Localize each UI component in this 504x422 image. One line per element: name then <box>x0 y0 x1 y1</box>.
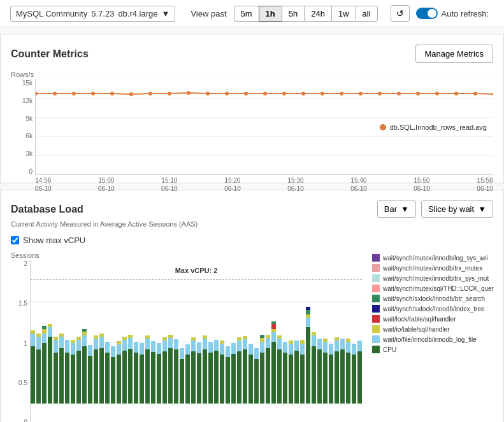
svg-rect-59 <box>76 337 81 340</box>
svg-rect-57 <box>76 351 81 404</box>
svg-point-16 <box>244 92 248 95</box>
legend-text-9: CPU <box>383 346 396 353</box>
svg-rect-99 <box>168 348 173 404</box>
refresh-button[interactable]: ↺ <box>391 5 410 22</box>
bar-chart-svg <box>31 260 362 422</box>
db-load-subtitle: Current Activity Measured in Average Act… <box>11 220 493 228</box>
svg-point-26 <box>435 92 439 95</box>
instance-version: 5.7.23 <box>91 9 114 18</box>
svg-point-24 <box>397 92 401 95</box>
svg-rect-83 <box>128 338 133 349</box>
svg-rect-162 <box>306 327 310 404</box>
svg-rect-91 <box>145 335 150 339</box>
svg-rect-102 <box>174 349 178 404</box>
svg-rect-72 <box>105 353 110 404</box>
svg-rect-88 <box>140 343 144 355</box>
legend-item-7: wait/io/table/sql/handler <box>372 325 493 333</box>
legend-color-0 <box>372 254 380 262</box>
svg-rect-68 <box>94 335 98 339</box>
dropdown-arrow-icon: ▼ <box>162 9 170 18</box>
svg-rect-114 <box>203 339 207 349</box>
legend-color-9 <box>372 346 380 353</box>
chart-type-dropdown-icon: ▼ <box>401 204 409 214</box>
toggle-control[interactable] <box>416 8 438 19</box>
svg-rect-77 <box>117 344 121 355</box>
svg-rect-63 <box>82 329 87 332</box>
legend-item-6: wait/lock/table/sql/handler <box>372 315 493 323</box>
legend-color-7 <box>372 325 380 333</box>
auto-refresh-label: Auto refresh: <box>442 9 489 18</box>
instance-selector[interactable]: MySQL Community 5.7.23 db.r4.large ▼ <box>10 6 175 22</box>
legend-color-4 <box>372 295 380 302</box>
view-past-label: View past <box>191 9 226 18</box>
legend-color-2 <box>372 274 380 282</box>
svg-rect-44 <box>48 327 52 337</box>
svg-rect-89 <box>145 349 150 404</box>
svg-rect-35 <box>31 330 35 334</box>
svg-rect-156 <box>289 341 293 344</box>
svg-rect-130 <box>243 349 247 404</box>
svg-rect-150 <box>277 339 282 349</box>
auto-refresh-toggle[interactable]: Auto refresh: <box>416 8 489 19</box>
time-btn-5m[interactable]: 5m <box>234 6 259 22</box>
svg-rect-43 <box>48 337 52 404</box>
time-btn-24h[interactable]: 24h <box>304 6 332 22</box>
legend-item-2: wait/synch/mutex/innodb/trx_sys_mut <box>372 274 493 282</box>
slice-by-button[interactable]: Slice by wait ▼ <box>421 200 493 218</box>
svg-rect-56 <box>71 340 75 343</box>
svg-rect-80 <box>122 340 127 351</box>
svg-rect-47 <box>54 340 58 353</box>
manage-metrics-button[interactable]: Manage Metrics <box>415 45 493 63</box>
top-bar: MySQL Community 5.7.23 db.r4.large ▼ Vie… <box>0 0 504 27</box>
svg-rect-55 <box>71 343 75 355</box>
svg-rect-166 <box>306 307 310 310</box>
svg-rect-158 <box>294 341 299 351</box>
svg-rect-45 <box>48 324 52 327</box>
legend-text-0: wait/synch/mutex/innodb/log_sys_wri <box>383 255 488 262</box>
svg-rect-69 <box>99 348 104 404</box>
svg-point-22 <box>359 92 363 95</box>
chart-type-label: Bar <box>384 204 397 214</box>
db-load-title: Database Load <box>11 204 83 215</box>
legend-item-4: wait/synch/sxlock/innodb/btr_search <box>372 295 493 302</box>
time-btn-all[interactable]: all <box>356 6 378 22</box>
svg-rect-108 <box>191 351 196 404</box>
svg-rect-178 <box>335 341 339 351</box>
show-max-vcpu-checkbox[interactable] <box>11 236 19 244</box>
svg-rect-148 <box>271 321 276 324</box>
y-axis-label: Rows/s <box>11 71 493 78</box>
svg-rect-181 <box>340 339 345 349</box>
legend-item-5: wait/synch/sxlock/innodb/index_tree <box>372 305 493 313</box>
bar-y-0.5: 0.5 <box>11 379 27 386</box>
svg-rect-133 <box>248 355 253 404</box>
y-tick-6k: 6k <box>11 132 32 139</box>
svg-rect-101 <box>168 335 173 338</box>
bar-y-2: 2 <box>11 260 27 267</box>
svg-rect-124 <box>226 346 230 357</box>
svg-rect-180 <box>340 349 345 404</box>
svg-rect-172 <box>323 353 328 404</box>
svg-rect-183 <box>346 342 350 353</box>
time-btn-1h[interactable]: 1h <box>259 6 282 22</box>
svg-rect-188 <box>357 341 362 351</box>
time-btn-5h[interactable]: 5h <box>282 6 305 22</box>
svg-rect-117 <box>208 342 213 353</box>
svg-point-25 <box>416 92 420 95</box>
svg-rect-161 <box>300 340 305 344</box>
x-tick-5: 15:4006-10 <box>350 176 367 193</box>
svg-rect-79 <box>122 351 127 404</box>
svg-rect-147 <box>271 324 276 329</box>
svg-point-28 <box>473 92 477 95</box>
svg-rect-75 <box>111 346 115 357</box>
bar-y-1: 1 <box>11 340 27 347</box>
time-btn-1w[interactable]: 1w <box>331 6 356 22</box>
svg-rect-169 <box>312 332 316 335</box>
svg-point-19 <box>301 92 305 95</box>
svg-rect-164 <box>306 314 310 318</box>
counter-metrics-header: Counter Metrics Manage Metrics <box>11 45 493 63</box>
legend-text-3: wait/synch/mutex/sql/THD::LOCK_quer <box>383 285 494 292</box>
svg-point-12 <box>168 92 171 95</box>
svg-point-20 <box>320 92 324 95</box>
chart-type-button[interactable]: Bar ▼ <box>377 200 416 218</box>
svg-rect-52 <box>65 353 69 404</box>
